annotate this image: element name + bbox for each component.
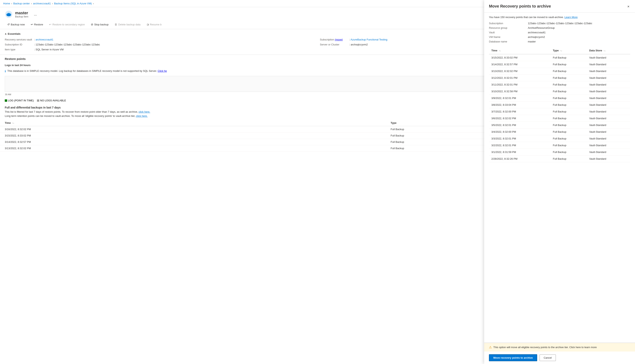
- panel-row-time: 3/7/2022, 8:32:00 PM: [489, 108, 550, 115]
- panel-table: Time ↑↓ Type ↑↓ Data Store ↑↓ 3/15/2022,…: [489, 47, 630, 162]
- panel-col-time[interactable]: Time ↑↓: [489, 47, 550, 54]
- panel-row-store: Vault-Standard: [587, 149, 630, 156]
- panel-row-type: Full Backup: [550, 108, 587, 115]
- archive-link[interactable]: click here.: [136, 114, 148, 118]
- panel-row-time: 3/14/2022, 8:32:57 PM: [489, 61, 550, 68]
- panel-table-row[interactable]: 3/5/2022, 8:32:01 PM Full Backup Vault-S…: [489, 122, 630, 128]
- panel-row-time: 3/12/2022, 8:32:01 PM: [489, 74, 550, 81]
- panel-row-type: Full Backup: [550, 54, 587, 61]
- essentials-title: Essentials: [8, 32, 21, 35]
- delete-backup-button[interactable]: 🗑 Delete backup data: [112, 22, 143, 27]
- subscription-link[interactable]: AzureBackup Functional Testing: [351, 38, 387, 41]
- move-link[interactable]: (move): [335, 38, 343, 41]
- breadcrumb-vault[interactable]: archiveccvault1: [33, 2, 51, 5]
- breadcrumb-sep4: ›: [93, 2, 94, 5]
- essentials-label-vault: Recovery services vault: [5, 38, 33, 41]
- panel-table-header-row: Time ↑↓ Type ↑↓ Data Store ↑↓: [489, 47, 630, 54]
- legend-dot-log: [5, 100, 7, 102]
- panel-row-store: Vault-Standard: [587, 95, 630, 102]
- meta-value: master: [528, 40, 630, 43]
- restore-button[interactable]: ↩ Restore: [28, 22, 46, 27]
- panel-type-sort: ↑↓: [560, 50, 562, 52]
- svg-point-1: [6, 13, 11, 16]
- legend-item-no-logs: NO LOGS AVAILABLE: [37, 99, 66, 102]
- panel-row-time: 3/9/2022, 8:32:01 PM: [489, 95, 550, 102]
- stop-backup-icon: ⊘: [91, 23, 93, 26]
- cancel-button[interactable]: Cancel: [539, 354, 556, 361]
- restore-secondary-label: Restore to secondary region: [52, 23, 85, 26]
- essentials-label-sub: Subscription (move): [320, 38, 348, 41]
- backup-now-icon: ↺: [7, 23, 10, 26]
- panel-row-time: 2/28/2022, 8:32:26 PM: [489, 156, 550, 162]
- panel-meta: Subscription123abc-123abc-123abc-123abc-…: [489, 22, 630, 43]
- panel-table-row[interactable]: 3/7/2022, 8:32:00 PM Full Backup Vault-S…: [489, 108, 630, 115]
- ellipsis-button[interactable]: ...: [32, 12, 39, 17]
- panel-row-type: Full Backup: [550, 135, 587, 142]
- info-click-link[interactable]: Click he: [158, 70, 167, 72]
- legend-item-log: LOG (POINT IN TIME): [5, 99, 34, 102]
- panel-col-store[interactable]: Data Store ↑↓: [587, 47, 630, 54]
- panel-row-type: Full Backup: [550, 156, 587, 162]
- panel-table-row[interactable]: 3/13/2022, 8:32:02 PM Full Backup Vault-…: [489, 68, 630, 74]
- move-recovery-points-button[interactable]: Move recovery points to archive: [489, 354, 537, 361]
- chart-label: 30 AM: [5, 93, 11, 96]
- panel-table-row[interactable]: 3/14/2022, 8:32:57 PM Full Backup Vault-…: [489, 61, 630, 68]
- panel-row-time: 3/15/2022, 8:33:02 PM: [489, 54, 550, 61]
- panel-table-row[interactable]: 3/3/2022, 8:32:01 PM Full Backup Vault-S…: [489, 135, 630, 142]
- panel-row-time: 3/3/2022, 8:32:01 PM: [489, 135, 550, 142]
- panel-table-row[interactable]: 2/28/2022, 8:32:26 PM Full Backup Vault-…: [489, 156, 630, 162]
- backup-now-button[interactable]: ↺ Backup now: [5, 22, 27, 27]
- panel-table-row[interactable]: 3/8/2022, 8:33:04 PM Full Backup Vault-S…: [489, 102, 630, 108]
- panel-close-button[interactable]: ×: [626, 4, 630, 9]
- panel-table-row[interactable]: 3/12/2022, 8:32:01 PM Full Backup Vault-…: [489, 74, 630, 81]
- filter-link[interactable]: click here.: [139, 110, 150, 113]
- panel-header: Move Recovery points to archive ×: [484, 0, 635, 12]
- panel-table-row[interactable]: 3/4/2022, 8:32:00 PM Full Backup Vault-S…: [489, 128, 630, 135]
- col-time[interactable]: Time ↑↓: [0, 120, 386, 126]
- learn-more-link[interactable]: Learn More: [564, 16, 577, 19]
- vault-link[interactable]: archiveccvault1: [36, 38, 53, 41]
- legend-label-log: LOG (POINT IN TIME): [8, 99, 34, 102]
- page-subtitle: Backup Item: [15, 15, 28, 18]
- breadcrumb-home[interactable]: Home: [3, 2, 10, 5]
- panel-row-store: Vault-Standard: [587, 135, 630, 142]
- panel-table-row[interactable]: 3/2/2022, 8:32:01 PM Full Backup Vault-S…: [489, 142, 630, 149]
- panel-row-time: 3/13/2022, 8:32:02 PM: [489, 68, 550, 74]
- resume-backup-button[interactable]: ◑ Resume b: [144, 22, 164, 27]
- panel-table-row[interactable]: 3/1/2022, 8:31:59 PM Full Backup Vault-S…: [489, 149, 630, 156]
- panel-row-time: 3/6/2022, 8:32:02 PM: [489, 115, 550, 122]
- panel-row-type: Full Backup: [550, 61, 587, 68]
- panel-row-time: 3/11/2022, 8:32:01 PM: [489, 81, 550, 88]
- panel-row-store: Vault-Standard: [587, 68, 630, 74]
- breadcrumb-backup-center[interactable]: Backup center: [13, 2, 30, 5]
- meta-label: Database name: [489, 40, 525, 43]
- panel-table-row[interactable]: 3/6/2022, 8:32:02 PM Full Backup Vault-S…: [489, 115, 630, 122]
- breadcrumb-backup-items[interactable]: Backup Items (SQL in Azure VM): [54, 2, 92, 5]
- panel-table-row[interactable]: 3/9/2022, 8:32:01 PM Full Backup Vault-S…: [489, 95, 630, 102]
- warning-icon: ⚠: [489, 345, 492, 349]
- header-text: master Backup Item: [15, 11, 28, 18]
- panel-row-type: Full Backup: [550, 149, 587, 156]
- panel-row-type: Full Backup: [550, 74, 587, 81]
- panel-description: You have 150 recovery points that can be…: [489, 16, 630, 19]
- meta-label: VM Name: [489, 36, 525, 38]
- info-text: This database is in SIMPLE recovery mode…: [7, 70, 167, 72]
- stop-backup-button[interactable]: ⊘ Stop backup: [88, 22, 111, 27]
- panel-table-row[interactable]: 3/10/2022, 8:32:58 PM Full Backup Vault-…: [489, 88, 630, 95]
- essentials-row-item-type: Item type : SQL Server in Azure VM: [5, 48, 315, 52]
- meta-value: archiveccvault1: [528, 31, 630, 34]
- meta-value: ArchiveResourceGroup: [528, 26, 630, 29]
- panel-warning: ⚠ This option will move all eligible rec…: [484, 343, 635, 352]
- row-time: 3/14/2022, 8:32:57 PM: [0, 139, 386, 145]
- panel-row-store: Vault-Standard: [587, 81, 630, 88]
- panel-row-time: 3/1/2022, 8:31:59 PM: [489, 149, 550, 156]
- panel-row-store: Vault-Standard: [587, 128, 630, 135]
- essentials-row-sub-id: Subscription ID : 123abc-123abc-123abc-1…: [5, 43, 315, 46]
- panel-col-type[interactable]: Type ↑↓: [550, 47, 587, 54]
- panel-body: You have 150 recovery points that can be…: [484, 12, 635, 342]
- panel-table-row[interactable]: 3/11/2022, 8:32:01 PM Full Backup Vault-…: [489, 81, 630, 88]
- panel-row-type: Full Backup: [550, 142, 587, 149]
- row-time: 3/16/2022, 8:32:02 PM: [0, 126, 386, 132]
- panel-table-row[interactable]: 3/15/2022, 8:33:02 PM Full Backup Vault-…: [489, 54, 630, 61]
- restore-secondary-button[interactable]: ↩ Restore to secondary region: [47, 22, 87, 27]
